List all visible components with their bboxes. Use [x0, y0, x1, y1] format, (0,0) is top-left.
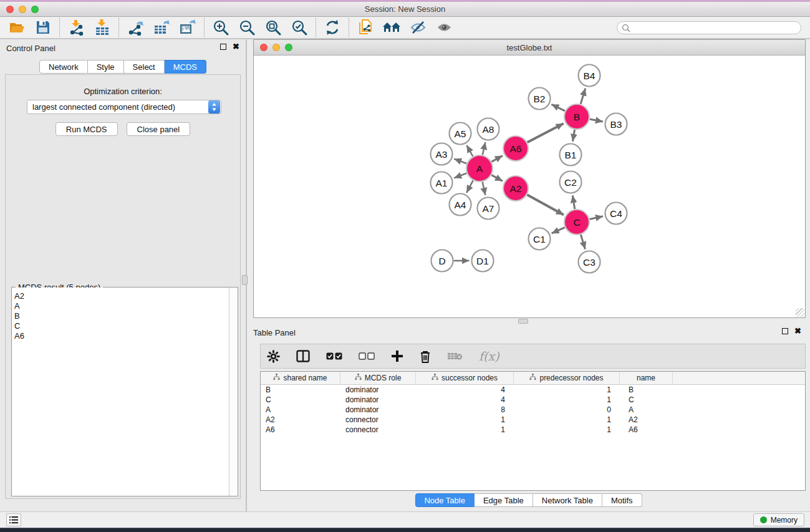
network-minimize-button[interactable] — [272, 44, 280, 51]
table-cell[interactable]: 4 — [416, 395, 514, 405]
graph-edge-A2-C[interactable] — [527, 195, 564, 215]
table-row[interactable]: Adominator80A — [261, 405, 805, 415]
graph-node-C4[interactable]: C4 — [605, 203, 627, 225]
table-row[interactable]: A2connector11A2 — [261, 415, 805, 425]
window-resize-grip[interactable] — [796, 308, 804, 317]
graph-edge-A-A2[interactable] — [491, 175, 503, 181]
refresh-layout-icon[interactable] — [319, 17, 345, 37]
table-row[interactable]: Cdominator41C — [261, 395, 805, 405]
homes-icon[interactable] — [378, 17, 405, 37]
columns-icon[interactable] — [296, 350, 310, 362]
table-cell[interactable]: 0 — [514, 405, 620, 415]
graph-node-C[interactable]: C — [564, 210, 589, 235]
mcds-result-item[interactable]: C — [12, 321, 229, 331]
mcds-result-item[interactable]: A — [12, 301, 229, 311]
table-cell[interactable]: 1 — [514, 395, 620, 405]
vertical-divider-grip[interactable] — [242, 275, 248, 285]
graph-node-B1[interactable]: B1 — [560, 144, 582, 166]
graph-edge-C-C4[interactable] — [589, 216, 603, 220]
graph-node-C3[interactable]: C3 — [579, 251, 600, 273]
network-canvas[interactable]: B4B2BB3A8A5A6B1A3AA1C2A2A4A7C4CC1C3DD1 — [254, 56, 805, 317]
table-cell[interactable]: A2 — [620, 415, 673, 425]
table-cell[interactable]: 8 — [416, 405, 514, 415]
table-row[interactable]: A6connector11A6 — [261, 425, 805, 435]
mcds-result-item[interactable]: A2 — [12, 291, 229, 301]
graph-edge-A-A4[interactable] — [466, 180, 473, 193]
graph-node-A1[interactable]: A1 — [431, 172, 453, 194]
table-cell[interactable]: A — [261, 405, 340, 415]
table-cell[interactable]: B — [620, 385, 673, 395]
tab-motifs[interactable]: Motifs — [602, 493, 642, 507]
column-header-predecessor-nodes[interactable]: predecessor nodes — [514, 372, 620, 384]
table-cell[interactable]: C — [620, 395, 673, 405]
graph-node-A2[interactable]: A2 — [503, 176, 528, 201]
graph-node-B[interactable]: B — [564, 104, 589, 129]
eye-icon[interactable] — [431, 17, 457, 37]
graph-edge-B-B2[interactable] — [551, 104, 565, 111]
network-document-icon[interactable] — [352, 17, 378, 37]
tab-network-table[interactable]: Network Table — [533, 493, 602, 507]
export-network-icon[interactable] — [122, 17, 148, 37]
zoom-fit-icon[interactable] — [260, 17, 286, 37]
graph-node-A8[interactable]: A8 — [478, 118, 499, 140]
graph-node-A[interactable]: A — [466, 155, 493, 181]
graph-edge-A-A6[interactable] — [491, 156, 503, 162]
delete-table-icon[interactable] — [447, 352, 463, 360]
minimize-window-button[interactable] — [19, 6, 26, 13]
import-network-icon[interactable] — [63, 17, 89, 37]
tab-node-table[interactable]: Node Table — [415, 493, 475, 507]
graph-edge-A-A3[interactable] — [454, 159, 466, 164]
zoom-window-button[interactable] — [31, 6, 39, 13]
graph-node-A7[interactable]: A7 — [478, 198, 499, 220]
graph-edge-A-A1[interactable] — [454, 173, 466, 178]
table-row[interactable]: Bdominator41B — [261, 385, 805, 395]
graph-edge-C-C2[interactable] — [572, 195, 574, 209]
tab-edge-table[interactable]: Edge Table — [475, 493, 533, 507]
select-all-checkboxes-icon[interactable] — [326, 352, 342, 360]
graph-edge-B-B4[interactable] — [581, 89, 586, 104]
table-cell[interactable]: C — [261, 395, 340, 405]
gear-icon[interactable] — [267, 350, 280, 363]
column-header-shared-name[interactable]: shared name — [261, 372, 340, 384]
float-table-panel-icon[interactable] — [782, 328, 788, 334]
graph-edge-A-A7[interactable] — [483, 181, 486, 195]
graph-edge-A-A5[interactable] — [466, 145, 473, 157]
task-list-button[interactable] — [6, 513, 21, 526]
graph-node-A6[interactable]: A6 — [503, 136, 528, 161]
table-cell[interactable]: dominator — [340, 385, 416, 395]
graph-edge-B-B3[interactable] — [590, 119, 603, 122]
table-cell[interactable]: connector — [340, 415, 416, 425]
table-cell[interactable]: dominator — [340, 395, 416, 405]
search-input[interactable] — [617, 21, 801, 34]
tab-select[interactable]: Select — [124, 60, 165, 74]
mcds-result-item[interactable]: A6 — [12, 331, 229, 341]
close-panel-button[interactable]: Close panel — [127, 122, 191, 136]
mcds-result-item[interactable]: B — [12, 311, 229, 321]
save-session-icon[interactable] — [30, 17, 56, 37]
eye-slash-icon[interactable] — [405, 17, 431, 37]
zoom-selected-icon[interactable] — [286, 17, 312, 37]
close-table-panel-icon[interactable]: ✖ — [794, 328, 801, 334]
import-table-icon[interactable] — [89, 17, 115, 37]
tab-network[interactable]: Network — [39, 60, 88, 74]
network-zoom-button[interactable] — [285, 44, 292, 51]
graph-node-B3[interactable]: B3 — [605, 114, 627, 135]
function-builder-icon[interactable]: f(x) — [479, 349, 499, 363]
export-table-icon[interactable] — [148, 17, 175, 37]
graph-node-A3[interactable]: A3 — [431, 143, 453, 165]
graph-node-C1[interactable]: C1 — [529, 228, 551, 250]
memory-button[interactable]: Memory — [753, 513, 804, 526]
unselect-all-checkboxes-icon[interactable] — [359, 352, 375, 360]
graph-edge-A6-B[interactable] — [528, 123, 564, 142]
close-window-button[interactable] — [6, 6, 14, 13]
table-cell[interactable]: 1 — [514, 385, 620, 395]
network-close-button[interactable] — [260, 44, 268, 51]
graph-edge-C-C1[interactable] — [552, 228, 565, 234]
table-cell[interactable]: B — [261, 385, 340, 395]
zoom-out-icon[interactable] — [234, 17, 260, 37]
table-cell[interactable]: 1 — [416, 415, 514, 425]
table-cell[interactable]: 1 — [514, 415, 620, 425]
table-cell[interactable]: 4 — [416, 385, 514, 395]
table-cell[interactable]: dominator — [340, 405, 416, 415]
column-header-mcds-role[interactable]: MCDS role — [340, 372, 416, 384]
